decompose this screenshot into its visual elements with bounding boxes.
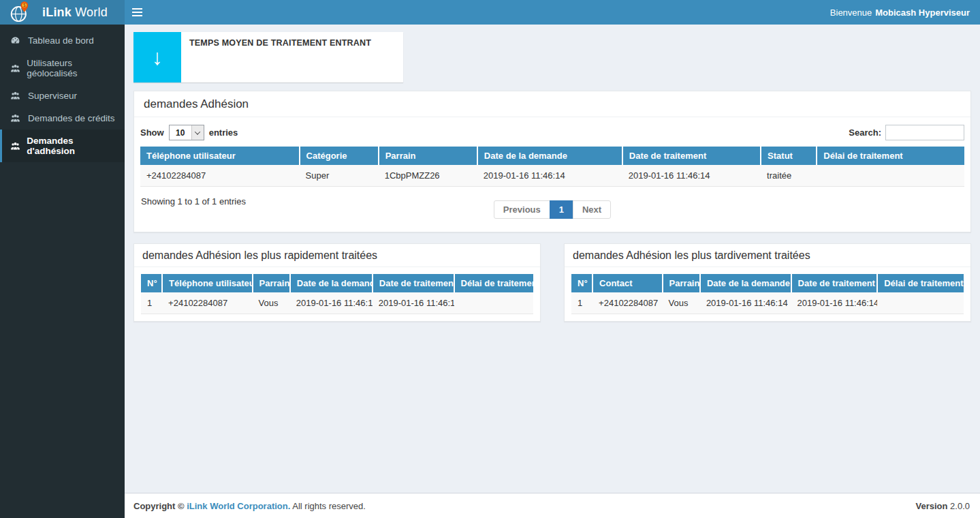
column-header: Téléphone utilisateur bbox=[162, 274, 252, 292]
company-link[interactable]: iLink World Corporation. bbox=[187, 501, 290, 511]
brand-logo[interactable]: $ iLink World bbox=[0, 0, 125, 25]
footer-version: Version 2.0.0 bbox=[915, 501, 970, 511]
table-cell: 1CbpPMZZ26 bbox=[379, 165, 477, 187]
welcome-prefix: Bienvenue bbox=[830, 7, 872, 18]
version-label: Version bbox=[915, 501, 947, 511]
column-header: Date de la demande bbox=[290, 274, 373, 292]
table-row: 1+24102284087Vous2019-01-16 11:46:142019… bbox=[571, 292, 964, 314]
users-icon bbox=[10, 113, 22, 123]
table-cell: Super bbox=[300, 165, 379, 187]
table-cell: 2019-01-16 11:46:14 bbox=[373, 292, 454, 314]
footer: Copyright © iLink World Corporation. All… bbox=[125, 493, 980, 518]
chevron-down-icon bbox=[191, 125, 204, 140]
column-header: Délai de traitement bbox=[454, 274, 533, 292]
table-cell: +24102284087 bbox=[140, 165, 300, 187]
column-header[interactable]: Catégorie bbox=[300, 147, 379, 165]
column-header: N° bbox=[141, 274, 162, 292]
sidebar-item-demandes-adhesion[interactable]: Demandes d'adhésion bbox=[0, 130, 125, 162]
rights-text: All rights reserved. bbox=[292, 501, 366, 511]
table-cell: traitée bbox=[761, 165, 817, 187]
table-cell: Vous bbox=[253, 292, 290, 314]
table-row: +24102284087Super1CbpPMZZ262019-01-16 11… bbox=[140, 165, 964, 187]
table-cell: 2019-01-16 11:46:14 bbox=[700, 292, 791, 314]
info-box-temps-moyen: ↓ TEMPS MOYEN DE TRAITEMENT ENTRANT bbox=[133, 32, 403, 82]
panel-title: demandes Adhésion les plus tardivement t… bbox=[565, 244, 970, 267]
column-header[interactable]: Parrain bbox=[379, 147, 477, 165]
column-header: Parrain bbox=[663, 274, 700, 292]
sidebar-item-label: Tableau de bord bbox=[28, 35, 94, 46]
column-header: Parrain bbox=[253, 274, 290, 292]
table-cell bbox=[877, 292, 964, 314]
sidebar-item-utilisateurs-geolocalises[interactable]: Utilisateurs géolocalisés bbox=[0, 52, 125, 85]
info-box-label: TEMPS MOYEN DE TRAITEMENT ENTRANT bbox=[181, 32, 379, 82]
top-navbar: Bienvenue Mobicash Hyperviseur bbox=[125, 0, 980, 25]
column-header: Date de traitement bbox=[791, 274, 878, 292]
version-value: 2.0.0 bbox=[950, 501, 970, 511]
footer-copyright: Copyright © iLink World Corporation. All… bbox=[133, 501, 366, 511]
welcome-message: Bienvenue Mobicash Hyperviseur bbox=[830, 0, 970, 25]
column-header[interactable]: Date de la demande bbox=[477, 147, 622, 165]
page-1-button[interactable]: 1 bbox=[550, 200, 573, 219]
entries-label: entries bbox=[209, 127, 238, 138]
column-header: N° bbox=[571, 274, 592, 292]
column-header: Date de traitement bbox=[373, 274, 454, 292]
sidebar-toggle-button[interactable] bbox=[125, 0, 153, 25]
down-arrow-icon: ↓ bbox=[133, 32, 181, 82]
column-header[interactable]: Statut bbox=[761, 147, 817, 165]
column-header: Contact bbox=[592, 274, 663, 292]
sidebar-item-superviseur[interactable]: Superviseur bbox=[0, 85, 125, 107]
tardivement-traitees-table: N°ContactParrainDate de la demandeDate d… bbox=[571, 274, 964, 314]
previous-page-button[interactable]: Previous bbox=[494, 200, 550, 219]
column-header: Délai de traitement bbox=[877, 274, 964, 292]
table-cell: 2019-01-16 11:46:14 bbox=[290, 292, 373, 314]
welcome-username: Mobicash Hyperviseur bbox=[875, 7, 970, 18]
sidebar-item-tableau-de-bord[interactable]: Tableau de bord bbox=[0, 29, 125, 52]
demandes-adhesion-table: Téléphone utilisateurCatégorieParrainDat… bbox=[140, 147, 964, 187]
table-info: Showing 1 to 1 of 1 entries bbox=[141, 196, 246, 207]
sidebar-item-label: Demandes d'adhésion bbox=[27, 136, 115, 156]
sidebar-item-label: Utilisateurs géolocalisés bbox=[27, 58, 115, 78]
page-length-control: Show 10 entries bbox=[140, 125, 238, 140]
panel-title: demandes Adhésion les plus rapidement tr… bbox=[134, 244, 540, 267]
table-cell: 1 bbox=[571, 292, 592, 314]
table-cell: +24102284087 bbox=[162, 292, 252, 314]
next-page-button[interactable]: Next bbox=[573, 200, 611, 219]
sidebar-menu: Tableau de bord Utilisateurs géolocalisé… bbox=[0, 25, 125, 162]
search-control: Search: bbox=[849, 125, 964, 140]
table-cell bbox=[817, 165, 964, 187]
panel-title: demandes Adhésion bbox=[134, 91, 970, 117]
sidebar-item-label: Superviseur bbox=[28, 91, 77, 101]
column-header[interactable]: Délai de traitement bbox=[817, 147, 964, 165]
brand-name-light: World bbox=[75, 5, 108, 19]
panel-demandes-adhesion: demandes Adhésion Show 10 entries Search… bbox=[133, 91, 971, 232]
dashboard-icon bbox=[10, 35, 22, 46]
table-cell: +24102284087 bbox=[592, 292, 663, 314]
search-input[interactable] bbox=[885, 125, 964, 140]
bottom-panels-row: demandes Adhésion les plus rapidement tr… bbox=[133, 243, 971, 322]
content-area: ↓ TEMPS MOYEN DE TRAITEMENT ENTRANT dema… bbox=[125, 25, 980, 493]
table-cell: 1 bbox=[141, 292, 162, 314]
show-label: Show bbox=[140, 127, 164, 138]
page-size-select[interactable]: 10 bbox=[169, 125, 204, 140]
datatable-controls: Show 10 entries Search: bbox=[140, 125, 964, 140]
svg-text:$: $ bbox=[23, 3, 26, 8]
users-icon bbox=[10, 63, 21, 74]
users-icon bbox=[10, 91, 22, 101]
sidebar-item-demandes-de-credits[interactable]: Demandes de crédits bbox=[0, 107, 125, 130]
search-label: Search: bbox=[849, 127, 881, 138]
table-cell bbox=[454, 292, 533, 314]
users-icon bbox=[10, 141, 21, 151]
column-header: Date de la demande bbox=[700, 274, 791, 292]
table-cell: Vous bbox=[663, 292, 700, 314]
page-size-value: 10 bbox=[170, 125, 191, 140]
column-header[interactable]: Téléphone utilisateur bbox=[140, 147, 300, 165]
table-cell: 2019-01-16 11:46:14 bbox=[622, 165, 761, 187]
brand-name: iLink World bbox=[42, 5, 108, 20]
sidebar: $ iLink World Tableau de bord Utilisateu… bbox=[0, 0, 125, 518]
datatable-footer: Showing 1 to 1 of 1 entries Previous 1 N… bbox=[140, 195, 964, 222]
brand-name-bold: iLink bbox=[42, 5, 72, 19]
column-header[interactable]: Date de traitement bbox=[622, 147, 761, 165]
panel-rapidement-traitees: demandes Adhésion les plus rapidement tr… bbox=[133, 243, 541, 322]
table-cell: 2019-01-16 11:46:14 bbox=[791, 292, 878, 314]
sidebar-item-label: Demandes de crédits bbox=[28, 113, 115, 123]
